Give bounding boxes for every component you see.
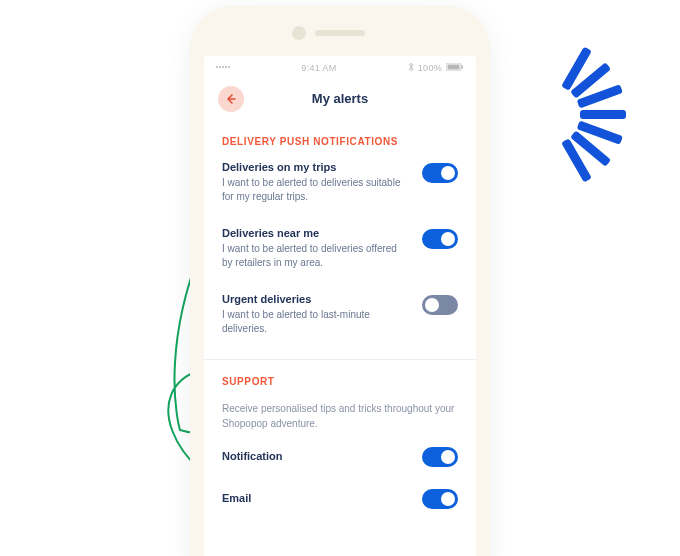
settings-content: DELIVERY PUSH NOTIFICATIONS Deliveries o…: [204, 126, 476, 556]
svg-point-2: [222, 66, 224, 68]
toggle-urgent-deliveries[interactable]: [422, 295, 458, 315]
section-header-support: SUPPORT: [222, 376, 458, 387]
setting-desc: I want to be alerted to deliveries suita…: [222, 176, 408, 205]
arrow-left-icon: [225, 93, 237, 105]
page-title: My alerts: [204, 91, 476, 106]
setting-row-deliveries-trips: Deliveries on my trips I want to be aler…: [222, 161, 458, 205]
setting-title: Urgent deliveries: [222, 293, 408, 305]
setting-row-notification: Notification: [222, 445, 458, 467]
setting-title: Deliveries on my trips: [222, 161, 408, 173]
svg-point-0: [216, 66, 218, 68]
phone-frame: 9:41 AM 100% My alerts DELIVERY PUSH NOT…: [190, 6, 490, 556]
setting-title: Email: [222, 492, 251, 504]
setting-row-deliveries-near: Deliveries near me I want to be alerted …: [222, 227, 458, 271]
svg-point-3: [225, 66, 227, 68]
back-button[interactable]: [218, 86, 244, 112]
setting-row-urgent-deliveries: Urgent deliveries I want to be alerted t…: [222, 293, 458, 337]
navbar: My alerts: [204, 78, 476, 126]
battery-percent: 100%: [418, 63, 442, 73]
toggle-email[interactable]: [422, 489, 458, 509]
toggle-deliveries-trips[interactable]: [422, 163, 458, 183]
app-screen: 9:41 AM 100% My alerts DELIVERY PUSH NOT…: [204, 56, 476, 556]
toggle-notification[interactable]: [422, 447, 458, 467]
status-bar: 9:41 AM 100%: [204, 56, 476, 78]
section-divider: [204, 359, 476, 360]
setting-title: Deliveries near me: [222, 227, 408, 239]
toggle-deliveries-near[interactable]: [422, 229, 458, 249]
section-desc-support: Receive personalised tips and tricks thr…: [222, 401, 458, 431]
setting-desc: I want to be alerted to deliveries offer…: [222, 242, 408, 271]
svg-point-4: [228, 66, 230, 68]
setting-row-email: Email: [222, 487, 458, 509]
status-time: 9:41 AM: [301, 63, 336, 73]
blue-burst-icon: [500, 50, 620, 170]
svg-point-1: [219, 66, 221, 68]
signal-icon: [216, 63, 230, 73]
section-header-delivery: DELIVERY PUSH NOTIFICATIONS: [222, 136, 458, 147]
svg-rect-7: [462, 65, 464, 68]
svg-rect-6: [448, 64, 460, 69]
battery-icon: [446, 63, 464, 73]
bluetooth-icon: [408, 62, 414, 74]
setting-title: Notification: [222, 450, 283, 462]
setting-desc: I want to be alerted to last-minute deli…: [222, 308, 408, 337]
